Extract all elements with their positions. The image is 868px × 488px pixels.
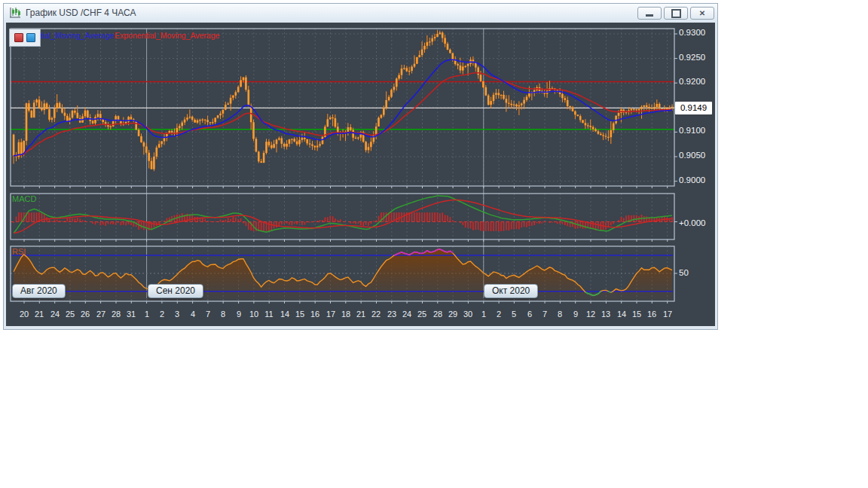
restore-button[interactable] — [664, 7, 688, 20]
legend-panel — [9, 29, 41, 47]
chart-window: График USD /CHF 4 ЧАСА ✕ — [3, 3, 718, 330]
title-bar[interactable]: График USD /CHF 4 ЧАСА ✕ — [4, 4, 717, 22]
window-title: График USD /CHF 4 ЧАСА — [26, 8, 136, 18]
close-icon: ✕ — [699, 10, 705, 17]
restore-icon — [671, 9, 681, 18]
ema-blue-toggle-button[interactable] — [26, 33, 35, 42]
ema-red-toggle-button[interactable] — [14, 33, 23, 42]
candlestick-chart-icon — [9, 7, 21, 19]
minimize-button[interactable] — [637, 7, 662, 20]
close-button[interactable]: ✕ — [690, 7, 714, 20]
chart-client-area[interactable] — [6, 23, 715, 326]
screen: { "window": { "title": "График USD /CHF … — [0, 0, 868, 488]
minimize-icon — [646, 14, 653, 17]
